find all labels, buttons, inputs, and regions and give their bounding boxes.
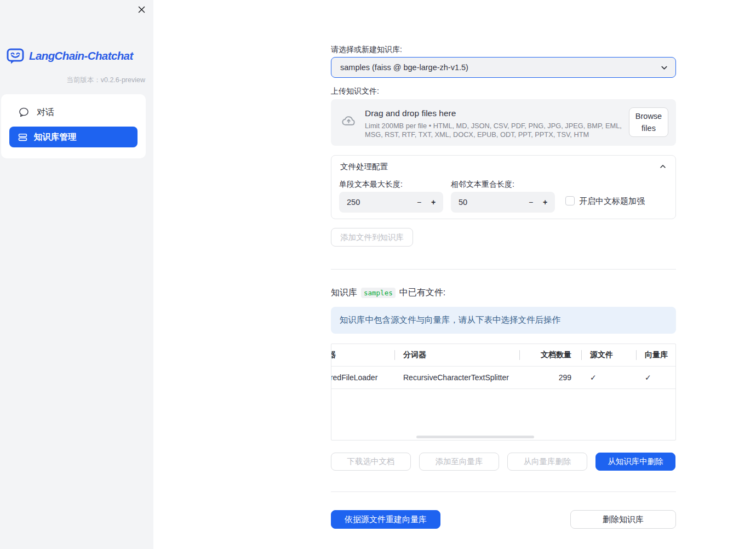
kb-selectbox[interactable]: samples (faiss @ bge-large-zh-v1.5) xyxy=(331,57,676,78)
chevron-down-icon xyxy=(660,64,668,72)
chunk-size-label: 单段文本最大长度: xyxy=(339,180,403,190)
column-header-loader: 文档加载器 xyxy=(331,350,394,360)
file-dropzone[interactable]: Drag and drop files here Limit 200MB per… xyxy=(331,99,676,146)
app-root: LangChain-Chatchat 当前版本：v0.2.6-preview 对… xyxy=(0,0,756,549)
overlap-decrement-button[interactable]: − xyxy=(524,192,537,213)
file-config-expander: 文件处理配置 单段文本最大长度: 相邻文本重合长度: 250 − + 50 − … xyxy=(331,155,676,219)
cell-vector-db-check: ✓ xyxy=(636,373,676,382)
table-header-row: 文档加载器 分词器 文档数量 源文件 向量库 xyxy=(331,344,676,366)
cell-doc-count: 299 xyxy=(519,373,581,382)
browse-files-button[interactable]: Browse files xyxy=(629,107,668,137)
sidebar-menu: 对话 知识库管理 xyxy=(1,94,146,158)
add-files-to-kb-button[interactable]: 添加文件到知识库 xyxy=(331,228,413,247)
table-horizontal-scrollbar[interactable] xyxy=(416,436,534,438)
chunk-size-input[interactable]: 250 − + xyxy=(339,192,443,213)
delete-from-kb-button[interactable]: 从知识库中删除 xyxy=(595,453,675,471)
zh-title-enhance-checkbox[interactable] xyxy=(565,196,575,205)
chat-bubble-icon xyxy=(19,107,29,117)
info-alert: 知识库中包含源文件与向量库，请从下表中选择文件后操作 xyxy=(331,307,676,334)
delete-from-vector-db-button[interactable]: 从向量库删除 xyxy=(507,453,587,471)
file-config-title: 文件处理配置 xyxy=(340,162,388,172)
overlap-increment-button[interactable]: + xyxy=(539,192,552,213)
overlap-input[interactable]: 50 − + xyxy=(451,192,555,213)
stack-icon xyxy=(18,133,27,142)
zh-title-enhance-label: 开启中文标题加强 xyxy=(579,196,645,205)
chunk-size-increment-button[interactable]: + xyxy=(427,192,440,213)
sidebar: LangChain-Chatchat 当前版本：v0.2.6-preview 对… xyxy=(0,0,153,549)
chunk-size-decrement-button[interactable]: − xyxy=(413,192,426,213)
rebuild-vector-db-button[interactable]: 依据源文件重建向量库 xyxy=(331,510,440,529)
logo-text: LangChain-Chatchat xyxy=(29,49,133,62)
dropzone-title: Drag and drop files here xyxy=(365,108,456,118)
column-header-vector-db: 向量库 xyxy=(636,350,676,360)
kb-selectbox-value: samples (faiss @ bge-large-zh-v1.5) xyxy=(340,58,468,77)
kb-files-table: 文档加载器 分词器 文档数量 源文件 向量库 UnstructuredFileL… xyxy=(331,344,676,441)
sidebar-item-label: 知识库管理 xyxy=(34,131,77,143)
info-alert-text: 知识库中包含源文件与向量库，请从下表中选择文件后操作 xyxy=(340,314,560,326)
close-icon xyxy=(138,5,146,14)
add-to-vector-db-button[interactable]: 添加至向量库 xyxy=(419,453,499,471)
chevron-up-icon xyxy=(659,163,667,170)
divider xyxy=(331,491,676,492)
file-action-buttons: 下载选中文档 添加至向量库 从向量库删除 从知识库中删除 xyxy=(331,453,675,471)
sidebar-item-dialogue[interactable]: 对话 xyxy=(9,102,138,123)
kb-files-heading: 知识库 samples 中已有文件: xyxy=(331,287,445,299)
kb-files-table-inner: 文档加载器 分词器 文档数量 源文件 向量库 UnstructuredFileL… xyxy=(331,344,676,389)
download-selected-button[interactable]: 下载选中文档 xyxy=(331,453,411,471)
app-logo: LangChain-Chatchat xyxy=(6,47,133,65)
delete-kb-database-button[interactable]: 删除知识库 xyxy=(570,510,676,529)
kb-files-prefix: 知识库 xyxy=(331,287,357,299)
column-header-splitter: 分词器 xyxy=(394,350,519,360)
logo-chat-smiley-icon xyxy=(6,47,25,65)
cell-splitter: RecursiveCharacterTextSplitter xyxy=(394,373,519,382)
dropzone-limit-text: Limit 200MB per file • HTML, MD, JSON, C… xyxy=(365,122,627,139)
sidebar-item-label: 对话 xyxy=(37,107,54,118)
chunk-size-value: 250 xyxy=(347,192,360,213)
version-value: v0.2.6-preview xyxy=(101,76,145,84)
kb-files-suffix: 中已有文件: xyxy=(399,287,445,299)
table-row[interactable]: UnstructuredFileLoader RecursiveCharacte… xyxy=(331,366,676,389)
version-info: 当前版本：v0.2.6-preview xyxy=(66,76,145,85)
sidebar-item-kb-management[interactable]: 知识库管理 xyxy=(9,127,138,147)
column-header-doc-count: 文档数量 xyxy=(519,350,581,360)
cell-loader: UnstructuredFileLoader xyxy=(331,373,394,382)
upload-label: 上传知识文件: xyxy=(331,87,379,96)
overlap-value: 50 xyxy=(459,192,467,213)
file-config-expander-header[interactable]: 文件处理配置 xyxy=(331,156,675,178)
version-label: 当前版本： xyxy=(66,76,101,84)
main-content: 请选择或新建知识库: samples (faiss @ bge-large-zh… xyxy=(331,0,676,549)
kb-select-label: 请选择或新建知识库: xyxy=(331,45,402,55)
sidebar-close-button[interactable] xyxy=(135,3,147,15)
column-header-source-file: 源文件 xyxy=(581,350,636,360)
upload-cloud-icon xyxy=(340,113,357,128)
divider xyxy=(331,269,676,270)
kb-name-chip: samples xyxy=(361,288,396,298)
overlap-label: 相邻文本重合长度: xyxy=(451,180,514,190)
cell-source-file-check: ✓ xyxy=(581,373,636,382)
